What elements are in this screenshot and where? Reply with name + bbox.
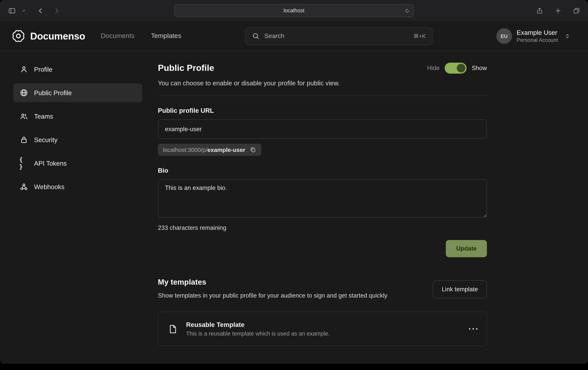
sidebar-item-label: API Tokens: [34, 160, 67, 167]
template-card[interactable]: Reusable Template This is a reusable tem…: [158, 312, 487, 346]
browser-toolbar: localhost: [0, 0, 588, 21]
browser-window: localhost: [0, 0, 588, 364]
tab-overview-icon[interactable]: [571, 5, 582, 16]
braces-icon: { }: [19, 156, 28, 170]
global-search[interactable]: ⌘+K: [245, 27, 432, 45]
app-header: Documenso Documents Templates ⌘+K EU Exa…: [0, 21, 588, 51]
reload-icon[interactable]: [404, 8, 410, 13]
hide-label: Hide: [427, 65, 440, 72]
address-bar[interactable]: localhost: [174, 4, 414, 17]
template-description: This is a reusable template which is use…: [186, 330, 330, 337]
sidebar-chevron-icon[interactable]: [20, 7, 27, 14]
update-button[interactable]: Update: [446, 240, 487, 257]
page-title: Public Profile: [158, 63, 214, 73]
globe-icon: [19, 89, 28, 97]
nav-documents[interactable]: Documents: [101, 32, 135, 40]
sidebar-item-label: Security: [34, 136, 57, 144]
sidebar-item-profile[interactable]: Profile: [13, 60, 142, 79]
user-menu[interactable]: EU Example User Personal Account: [496, 28, 571, 44]
page-subtitle: You can choose to enable or disable your…: [158, 80, 487, 87]
user-icon: [19, 65, 28, 74]
share-icon[interactable]: [534, 5, 545, 16]
sidebar-item-label: Webhooks: [34, 183, 64, 190]
main-content: Public Profile Hide Show You can choose …: [142, 51, 588, 364]
sidebar-item-label: Public Profile: [34, 89, 72, 96]
chars-remaining: 233 characters remaining: [158, 224, 487, 231]
search-icon: [252, 32, 260, 40]
lock-icon: [19, 135, 28, 144]
sidebar-item-label: Profile: [34, 66, 52, 73]
users-icon: [19, 112, 28, 121]
user-name: Example User: [517, 29, 558, 36]
search-input[interactable]: [264, 32, 409, 40]
avatar: EU: [496, 28, 512, 44]
visibility-controls: Hide Show: [427, 63, 487, 74]
settings-sidebar: Profile Public Profile Teams: [0, 51, 142, 364]
profile-visibility-toggle[interactable]: [445, 63, 467, 74]
sidebar-toggle-icon[interactable]: [6, 5, 18, 16]
sidebar-item-webhooks[interactable]: Webhooks: [13, 177, 142, 196]
sidebar-item-label: Teams: [34, 113, 53, 120]
my-templates-description: Show templates in your public profile fo…: [158, 290, 388, 301]
sidebar-item-security[interactable]: Security: [13, 130, 142, 149]
brand-logo[interactable]: Documenso: [12, 29, 85, 43]
chevrons-up-down-icon: [564, 33, 571, 39]
brand-name: Documenso: [30, 30, 85, 42]
search-shortcut: ⌘+K: [413, 33, 426, 39]
copy-icon[interactable]: [250, 146, 256, 153]
top-nav: Documents Templates: [101, 32, 181, 40]
forward-button-icon[interactable]: [51, 5, 62, 16]
bio-field-label: Bio: [158, 167, 487, 174]
sidebar-item-api-tokens[interactable]: { } API Tokens: [13, 154, 142, 173]
back-button-icon[interactable]: [35, 5, 46, 16]
bio-textarea[interactable]: This is an example bio.: [158, 179, 487, 218]
show-label: Show: [472, 65, 487, 72]
address-bar-url: localhost: [284, 8, 304, 13]
ellipsis-icon[interactable]: [469, 325, 477, 333]
public-url-badge: localhost:3000/p/example-user: [158, 144, 261, 156]
sidebar-item-public-profile[interactable]: Public Profile: [13, 83, 142, 102]
toggle-knob: [457, 64, 465, 72]
template-name: Reusable Template: [186, 321, 330, 329]
profile-url-input[interactable]: [158, 119, 487, 139]
divider: [158, 95, 487, 96]
url-field-label: Public profile URL: [158, 107, 487, 114]
user-account-type: Personal Account: [517, 37, 558, 43]
sidebar-item-teams[interactable]: Teams: [13, 107, 142, 126]
webhook-icon: [19, 183, 28, 191]
my-templates-title: My templates: [158, 278, 388, 287]
new-tab-icon[interactable]: [553, 5, 563, 16]
file-icon: [168, 324, 178, 334]
screen: localhost: [0, 0, 588, 370]
nav-templates[interactable]: Templates: [151, 32, 181, 40]
link-template-button[interactable]: Link template: [433, 280, 487, 298]
public-url-text: localhost:3000/p/example-user: [163, 146, 245, 153]
documenso-logo-icon: [12, 29, 25, 43]
